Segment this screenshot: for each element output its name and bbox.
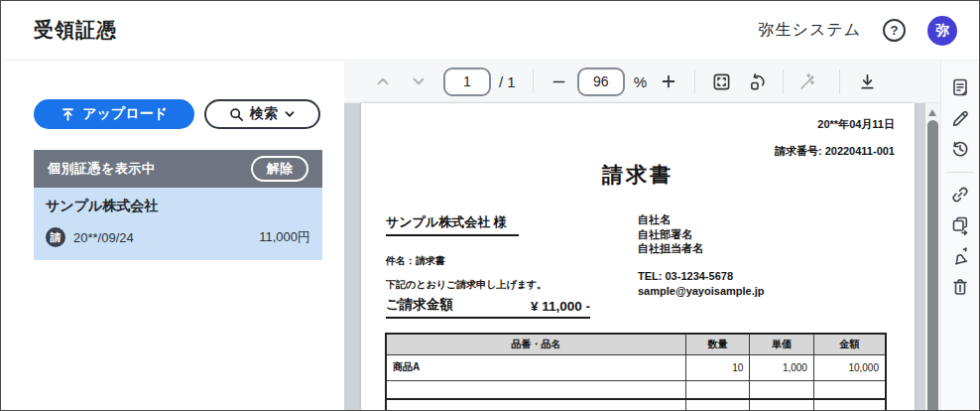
cell-qty: 10: [685, 354, 750, 380]
search-button[interactable]: 検索: [204, 99, 320, 129]
rotate-counterclockwise-icon: [749, 72, 768, 91]
company-person: 自社担当者名: [638, 241, 703, 256]
copy-button[interactable]: [950, 215, 970, 235]
invoice-title: 請求書: [361, 161, 915, 189]
delete-button[interactable]: [950, 277, 970, 297]
cell-unit-price: [750, 380, 814, 399]
cell-item-name: [386, 399, 685, 410]
vertical-scrollbar[interactable]: [925, 103, 940, 410]
header-right: 弥生システム ? 弥: [759, 16, 958, 46]
sidebar: アップロード 検索 個別証憑: [1, 61, 344, 410]
col-header-qty: 数量: [685, 334, 750, 354]
zoom-percent-label: %: [634, 73, 647, 90]
filter-status-bar: 個別証憑を表示中 解除: [34, 150, 322, 188]
next-page-button[interactable]: [410, 72, 428, 90]
chevron-up-icon: [374, 72, 392, 90]
edit-button[interactable]: [950, 108, 970, 128]
amount-label: ご請求金額: [386, 296, 453, 314]
cell-amount: [813, 399, 886, 410]
amount-value: ¥ 11,000 -: [531, 299, 590, 314]
viewer-canvas: 20**年04月11日 請求番号: 20220411-001 請求書 サンプル株…: [344, 103, 940, 410]
fit-to-screen-button[interactable]: [712, 72, 731, 91]
cell-qty: [685, 380, 750, 399]
pdf-page: 20**年04月11日 請求番号: 20220411-001 請求書 サンプル株…: [361, 103, 915, 410]
company-block: 自社名 自社部署名 自社担当者名: [638, 212, 703, 256]
toolbar-divider: [694, 69, 695, 94]
right-toolbar: [940, 61, 979, 410]
table-header-row: 品番・品名 数量 単価 金額: [386, 334, 886, 354]
upload-button[interactable]: アップロード: [34, 99, 194, 129]
system-name-label: 弥生システム: [759, 20, 862, 41]
chevron-down-icon: [284, 108, 296, 120]
app-window: 受領証憑 弥生システム ? 弥 アップロード: [0, 0, 980, 411]
upload-icon: [61, 107, 75, 122]
document-detail-button[interactable]: [950, 77, 970, 97]
zoom-in-button[interactable]: [660, 72, 677, 90]
user-avatar[interactable]: 弥: [927, 16, 957, 46]
viewer-toolbar: / 1 %: [344, 61, 940, 103]
document-icon: [950, 77, 970, 97]
filter-status-label: 個別証憑を表示中: [48, 160, 155, 178]
app-header: 受領証憑 弥生システム ? 弥: [1, 1, 979, 61]
fit-to-screen-icon: [712, 72, 731, 91]
table-row: 商品A 10 1,000 10,000: [386, 354, 886, 380]
document-item-amount: 11,000円: [259, 228, 310, 246]
cell-qty: [685, 399, 750, 410]
invoice-subject: 件名：請求書: [386, 254, 445, 268]
invoice-recipient: サンプル株式会社 様: [386, 213, 519, 236]
document-item-title: サンプル株式会社: [46, 198, 310, 215]
invoice-greeting: 下記のとおりご請求申し上げます。: [386, 278, 547, 292]
trash-icon: [950, 277, 970, 297]
page-number-input[interactable]: [443, 68, 491, 96]
cell-item-name: [386, 380, 685, 399]
col-header-item: 品番・品名: [386, 334, 685, 354]
invoice-date: 20**年04月11日: [817, 117, 895, 132]
rotate-button[interactable]: [749, 72, 768, 91]
previous-page-button[interactable]: [374, 72, 392, 90]
copy-with-arrow-icon: [950, 215, 970, 235]
company-contact-block: TEL: 03-1234-5678 sample@yayoisample.jp: [638, 269, 765, 299]
link-icon: [950, 185, 970, 205]
scrollbar-up-arrow[interactable]: [928, 109, 936, 116]
invoice-amount-row: ご請求金額 ¥ 11,000 -: [386, 296, 590, 319]
stamp-button[interactable]: [950, 246, 970, 266]
toolbar-divider: [533, 69, 534, 94]
company-tel: TEL: 03-1234-5678: [638, 269, 765, 284]
toolbar-divider: [839, 69, 840, 94]
cell-unit-price: 1,000: [750, 354, 814, 380]
cell-amount: 10,000: [813, 354, 886, 380]
plus-icon: [660, 72, 677, 90]
document-list-item[interactable]: サンプル株式会社 請 20**/09/24 11,000円: [34, 188, 322, 260]
clear-filter-button[interactable]: 解除: [251, 156, 308, 182]
history-clock-icon: [950, 139, 970, 159]
help-button[interactable]: ?: [883, 19, 906, 42]
cell-unit-price: [750, 399, 814, 410]
magic-wand-icon: [798, 72, 817, 91]
table-row: [386, 399, 886, 410]
cell-amount: [813, 380, 886, 399]
upload-button-label: アップロード: [82, 105, 168, 123]
company-email: sample@yayoisample.jp: [638, 284, 765, 299]
question-mark-icon: ?: [891, 23, 899, 38]
zoom-out-button[interactable]: [551, 73, 567, 90]
page-total-label: / 1: [499, 73, 516, 90]
zoom-level-input[interactable]: [577, 68, 625, 96]
invoice-type-badge: 請: [46, 227, 65, 247]
invoice-number: 請求番号: 20220411-001: [775, 144, 895, 159]
cell-item-name: 商品A: [386, 354, 685, 380]
magic-wand-button[interactable]: [798, 72, 817, 91]
page-title: 受領証憑: [34, 17, 117, 44]
scrollbar-thumb[interactable]: [927, 120, 938, 411]
search-icon: [229, 107, 244, 122]
table-row: [386, 380, 886, 399]
avatar-label: 弥: [935, 22, 949, 40]
chevron-down-icon: [410, 72, 428, 90]
link-button[interactable]: [950, 185, 970, 205]
stamp-icon: [950, 246, 970, 266]
download-button[interactable]: [858, 72, 877, 91]
history-button[interactable]: [950, 139, 970, 159]
company-name: 自社名: [638, 212, 703, 227]
pdf-viewer: / 1 %: [344, 61, 940, 410]
toolbar-divider: [783, 69, 784, 94]
invoice-line-items-table: 品番・品名 数量 単価 金額 商品A 10 1,000: [385, 333, 887, 410]
